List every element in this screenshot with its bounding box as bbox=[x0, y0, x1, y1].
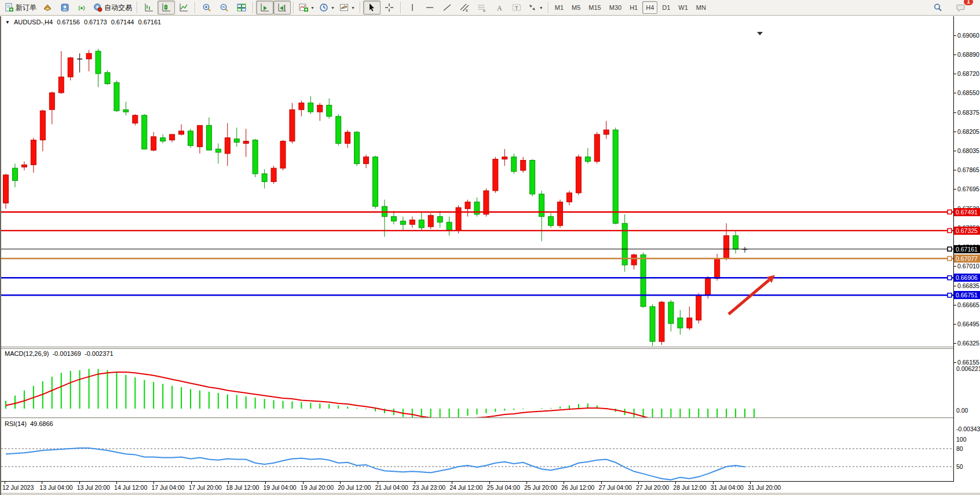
periods-button[interactable]: ▼ bbox=[317, 1, 337, 14]
vertical-line-button[interactable] bbox=[404, 1, 421, 14]
new-order-button[interactable]: 新订单 bbox=[2, 1, 39, 14]
horizontal-line-button[interactable] bbox=[421, 1, 438, 14]
timeframe-group: M1M5M15M30H1H4D1W1MN bbox=[551, 1, 710, 14]
price-line-label-current-price: 0.67161 bbox=[954, 245, 980, 253]
notifications-icon bbox=[956, 3, 966, 12]
channel-icon: E bbox=[460, 3, 469, 12]
candlestick-chart-button[interactable] bbox=[158, 1, 175, 14]
line-end-marker[interactable] bbox=[948, 228, 952, 232]
price-axis-tick: 0.68550 bbox=[957, 89, 979, 96]
rsi-pane[interactable]: RSI(14) 49.6866 bbox=[1, 419, 953, 481]
new-order-label: 新订单 bbox=[16, 3, 36, 13]
line-end-marker[interactable] bbox=[948, 257, 952, 261]
timeframe-button-mn[interactable]: MN bbox=[693, 1, 710, 14]
time-axis-label: 14 Jul 12:00 bbox=[114, 484, 147, 491]
bear-candle bbox=[105, 72, 110, 83]
zoom-out-button[interactable] bbox=[215, 1, 233, 14]
templates-button[interactable]: ▼ bbox=[337, 1, 357, 14]
bull-candle bbox=[604, 130, 609, 134]
bear-candle bbox=[419, 220, 424, 228]
autotrading-label: 自动交易 bbox=[104, 3, 132, 13]
price-chart-canvas[interactable] bbox=[1, 16, 953, 347]
crosshair-button[interactable] bbox=[381, 1, 398, 14]
line-end-marker[interactable] bbox=[948, 276, 952, 280]
profiles-icon bbox=[43, 3, 52, 12]
macd-label-row: MACD(12,26,9) -0.001369 -0.002371 bbox=[5, 350, 114, 357]
time-axis-label: 13 Jul 20:00 bbox=[77, 484, 110, 491]
notifications-button[interactable]: 1 bbox=[952, 1, 970, 14]
trendline-button[interactable] bbox=[438, 1, 456, 14]
timeframe-button-w1[interactable]: W1 bbox=[675, 1, 692, 14]
channel-button[interactable]: E bbox=[456, 1, 473, 14]
text-button[interactable]: A bbox=[491, 1, 508, 14]
autotrading-button[interactable]: 自动交易 bbox=[91, 1, 134, 14]
market-watch-button[interactable] bbox=[56, 1, 74, 14]
bull-candle bbox=[317, 105, 323, 112]
zoom-in-button[interactable] bbox=[198, 1, 215, 14]
bear-candle bbox=[12, 168, 17, 180]
timeframe-button-d1[interactable]: D1 bbox=[659, 1, 674, 14]
price-axis[interactable]: 0.690600.688900.687200.685500.683750.682… bbox=[953, 16, 980, 482]
line-end-marker[interactable] bbox=[948, 293, 952, 297]
auto-scroll-button[interactable] bbox=[256, 1, 273, 14]
tile-windows-button[interactable] bbox=[233, 1, 250, 14]
price-line-label-support: 0.66906 bbox=[954, 274, 980, 282]
profiles-button[interactable] bbox=[39, 1, 56, 14]
auto-scroll-icon bbox=[260, 3, 269, 12]
price-pane[interactable]: ▼ AUDUSD-,H4 0.67156 0.67173 0.67144 0.6… bbox=[1, 16, 953, 347]
time-axis-label: 18 Jul 12:00 bbox=[226, 484, 259, 491]
rsi-label-row: RSI(14) 49.6866 bbox=[5, 420, 53, 427]
trendline-icon bbox=[443, 3, 452, 12]
bull-candle bbox=[271, 168, 276, 181]
price-axis-tick: 0.68035 bbox=[957, 147, 979, 154]
macd-canvas bbox=[1, 349, 953, 417]
bull-candle bbox=[631, 255, 637, 265]
signals-icon bbox=[78, 3, 87, 12]
main-toolbar: 新订单 自动交易 bbox=[0, 0, 980, 16]
price-axis-tick: 0.68375 bbox=[957, 109, 979, 116]
time-axis[interactable]: 12 Jul 202313 Jul 04:0013 Jul 20:0014 Ju… bbox=[1, 482, 980, 493]
rsi-line bbox=[6, 448, 745, 480]
text-label-button[interactable]: T bbox=[508, 1, 525, 14]
bear-candle bbox=[668, 302, 674, 323]
bull-candle bbox=[225, 138, 230, 154]
bull-candle bbox=[521, 161, 526, 171]
timeframe-button-m1[interactable]: M1 bbox=[551, 1, 567, 14]
bull-candle bbox=[558, 202, 563, 225]
timeframe-button-h1[interactable]: H1 bbox=[626, 1, 641, 14]
line-end-marker[interactable] bbox=[948, 210, 952, 214]
chart-shift-button[interactable] bbox=[273, 1, 291, 14]
line-chart-button[interactable] bbox=[175, 1, 192, 14]
timeframe-button-h4[interactable]: H4 bbox=[642, 1, 657, 14]
price-axis-tick: 0.69060 bbox=[957, 32, 979, 39]
price-axis-tick: 0.68720 bbox=[957, 70, 979, 77]
signals-button[interactable] bbox=[74, 1, 91, 14]
fibonacci-button[interactable]: F bbox=[473, 1, 491, 14]
timeframe-button-m15[interactable]: M15 bbox=[585, 1, 604, 14]
bear-candle bbox=[530, 161, 535, 194]
arrows-button[interactable]: ▼ bbox=[525, 1, 546, 14]
bar-chart-button[interactable] bbox=[140, 1, 158, 14]
toolbar-separator bbox=[360, 2, 361, 13]
line-end-marker[interactable] bbox=[948, 247, 952, 251]
chart-open-value: 0.67156 bbox=[57, 19, 80, 26]
price-line-label-resistance: 0.67491 bbox=[954, 208, 980, 216]
timeframe-button-m30[interactable]: M30 bbox=[606, 1, 625, 14]
bull-candle bbox=[21, 165, 27, 167]
bull-candle bbox=[197, 125, 202, 147]
chevron-down-icon: ▼ bbox=[310, 6, 315, 10]
bull-candle bbox=[133, 115, 138, 123]
bear-candle bbox=[539, 194, 544, 217]
timeframe-button-m5[interactable]: M5 bbox=[568, 1, 584, 14]
tile-windows-icon bbox=[237, 3, 246, 12]
chart-collapse-icon[interactable]: ▼ bbox=[5, 20, 10, 25]
cursor-button[interactable] bbox=[363, 1, 381, 14]
bear-candle bbox=[215, 149, 221, 152]
bear-candle bbox=[142, 115, 147, 149]
macd-pane[interactable]: MACD(12,26,9) -0.001369 -0.002371 bbox=[1, 349, 953, 417]
time-axis-label: 17 Jul 04:00 bbox=[151, 484, 184, 491]
search-button[interactable] bbox=[929, 1, 946, 14]
trend-arrow-shaft[interactable] bbox=[729, 280, 769, 314]
indicators-button[interactable]: ▼ bbox=[297, 1, 317, 14]
chart-shift-marker[interactable] bbox=[757, 32, 763, 35]
